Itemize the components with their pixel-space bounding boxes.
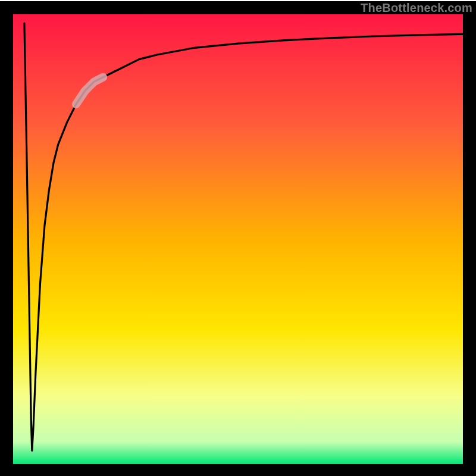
gradient-background (13, 14, 463, 464)
plot-area (7, 8, 469, 471)
chart-svg (0, 0, 476, 476)
watermark-text: TheBottleneck.com (361, 1, 472, 15)
chart-stage: TheBottleneck.com (0, 0, 476, 476)
